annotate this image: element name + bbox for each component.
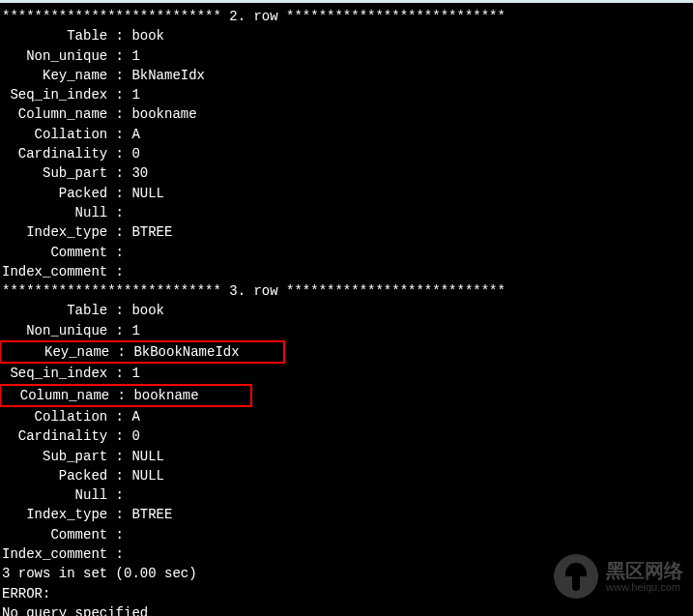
label-packed: Packed: [2, 184, 107, 203]
row3-index-comment: Index_comment:: [2, 544, 691, 564]
label-packed: Packed: [2, 466, 107, 485]
label-index-comment: Index_comment: [2, 262, 107, 281]
row2-key-name: Key_name:BkNameIdx: [2, 66, 691, 85]
label-seq-in-index: Seq_in_index: [2, 364, 107, 383]
row3-non-unique: Non_unique:1: [2, 321, 691, 340]
row3-table: Table:book: [2, 301, 691, 320]
value-row2-table: book: [131, 26, 164, 45]
row2-sub-part: Sub_part:30: [2, 163, 691, 183]
label-column-name: Column_name: [2, 104, 107, 124]
row2-comment: Comment:: [2, 243, 691, 262]
error-label: ERROR:: [2, 584, 691, 603]
value-row2-key-name: BkNameIdx: [131, 66, 205, 85]
row2-table: Table:book: [2, 26, 691, 45]
label-table: Table: [2, 301, 107, 320]
label-non-unique: Non_unique: [2, 321, 107, 340]
label-collation: Collation: [2, 407, 107, 426]
row3-key-name: Key_name:BkBookNameIdx: [2, 340, 691, 364]
value-row2-sub-part: 30: [131, 163, 148, 183]
label-comment: Comment: [2, 525, 107, 544]
label-null: Null: [2, 203, 107, 222]
row3-comment: Comment:: [2, 525, 691, 544]
label-sub-part: Sub_part: [2, 163, 107, 183]
row3-collation: Collation:A: [2, 407, 691, 426]
label-null: Null: [2, 485, 107, 505]
label-non-unique: Non_unique: [2, 46, 107, 66]
label-index-comment: Index_comment: [2, 544, 107, 564]
value-row2-non-unique: 1: [131, 46, 139, 66]
value-row2-column-name: bookname: [131, 104, 196, 124]
row3-sub-part: Sub_part:NULL: [2, 447, 691, 466]
value-row3-cardinality: 0: [131, 426, 139, 446]
status-line: 3 rows in set (0.00 sec): [2, 564, 691, 583]
row3-cardinality: Cardinality:0: [2, 426, 691, 446]
row2-index-type: Index_type:BTREE: [2, 222, 691, 242]
row2-non-unique: Non_unique:1: [2, 46, 691, 66]
label-cardinality: Cardinality: [2, 144, 107, 163]
highlight-column-name: Column_name:bookname: [0, 384, 252, 407]
value-row3-packed: NULL: [131, 466, 164, 485]
label-key-name: Key_name: [4, 342, 109, 362]
row2-null: Null:: [2, 203, 691, 222]
row2-seq-in-index: Seq_in_index:1: [2, 85, 691, 104]
label-cardinality: Cardinality: [2, 426, 107, 446]
value-row3-table: book: [131, 301, 164, 320]
value-row2-packed: NULL: [131, 184, 164, 203]
value-row3-key-name: BkBookNameIdx: [133, 342, 279, 362]
highlight-key-name: Key_name:BkBookNameIdx: [0, 340, 285, 364]
label-seq-in-index: Seq_in_index: [2, 85, 107, 104]
row2-collation: Collation:A: [2, 125, 691, 144]
row2-cardinality: Cardinality:0: [2, 144, 691, 163]
label-sub-part: Sub_part: [2, 447, 107, 466]
row3-column-name: Column_name:bookname: [2, 384, 691, 407]
value-row3-collation: A: [131, 407, 139, 426]
label-comment: Comment: [2, 243, 107, 262]
row-2-header: *************************** 2. row *****…: [2, 7, 691, 26]
label-index-type: Index_type: [2, 222, 107, 242]
value-row2-collation: A: [131, 125, 139, 144]
partial-line: No query specified: [2, 603, 691, 616]
value-row3-non-unique: 1: [131, 321, 139, 340]
label-column-name: Column_name: [4, 386, 109, 405]
value-row3-index-type: BTREE: [131, 505, 172, 524]
row3-packed: Packed:NULL: [2, 466, 691, 485]
label-table: Table: [2, 26, 107, 45]
row-3-header: *************************** 3. row *****…: [2, 281, 691, 301]
row3-null: Null:: [2, 485, 691, 505]
row3-index-type: Index_type:BTREE: [2, 505, 691, 524]
row3-seq-in-index: Seq_in_index:1: [2, 364, 691, 383]
value-row3-column-name: bookname: [133, 386, 247, 405]
value-row2-cardinality: 0: [131, 144, 139, 163]
row2-column-name: Column_name:bookname: [2, 104, 691, 124]
label-key-name: Key_name: [2, 66, 107, 85]
value-row2-index-type: BTREE: [131, 222, 172, 242]
row2-packed: Packed:NULL: [2, 184, 691, 203]
row2-index-comment: Index_comment:: [2, 262, 691, 281]
value-row3-seq-in-index: 1: [131, 364, 139, 383]
value-row3-sub-part: NULL: [131, 447, 164, 466]
value-row2-seq-in-index: 1: [131, 85, 139, 104]
label-collation: Collation: [2, 125, 107, 144]
label-index-type: Index_type: [2, 505, 107, 524]
